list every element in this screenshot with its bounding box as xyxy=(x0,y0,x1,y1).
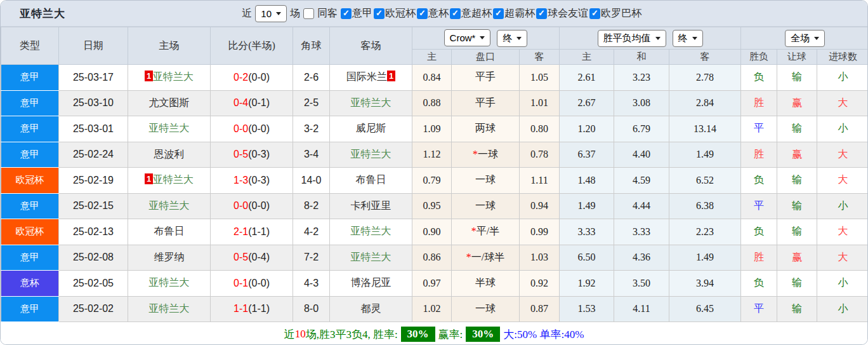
home-team: 布鲁日 xyxy=(128,219,211,245)
odds-away: 6.38 xyxy=(669,193,741,219)
match-date: 25-02-19 xyxy=(59,168,128,194)
same-venue-checkbox[interactable] xyxy=(303,8,314,19)
handicap-line: 两球 xyxy=(452,116,520,142)
same-venue-label: 同客 xyxy=(317,7,338,20)
handicap-time-select[interactable]: 终 xyxy=(497,30,527,47)
checkbox-checked-icon[interactable]: ✓ xyxy=(536,8,547,19)
team-name: 亚特兰大 xyxy=(149,200,190,211)
handicap-line-text: 平手 xyxy=(475,97,496,108)
handicap-home-odds: 0.90 xyxy=(412,219,452,245)
league-badge: 意甲 xyxy=(1,90,59,116)
full-score: 0-1 xyxy=(233,278,248,288)
score-cell: 0-5(0-3) xyxy=(211,142,293,168)
handicap-home-odds: 0.97 xyxy=(412,271,452,297)
chevron-down-icon xyxy=(814,37,819,40)
league-filter[interactable]: ✓球会友谊 xyxy=(536,7,588,20)
league-filter[interactable]: ✓超霸杯 xyxy=(493,7,535,20)
table-row: 意甲25-03-171亚特兰大0-2(0-0)2-6国际米兰10.84平手1.0… xyxy=(1,65,868,91)
checkbox-checked-icon[interactable]: ✓ xyxy=(341,8,352,19)
handicap-result-cell: 赢 xyxy=(777,142,817,168)
handicap-source-select[interactable]: Crow* xyxy=(444,29,491,46)
home-team: 亚特兰大 xyxy=(128,271,211,297)
odds-draw: 3.08 xyxy=(614,90,669,116)
away-team: 布鲁日 xyxy=(330,168,412,194)
handicap-line-text: 一球 xyxy=(478,149,498,159)
odds-time-select[interactable]: 终 xyxy=(673,30,703,47)
league-filter[interactable]: ✓意超杯 xyxy=(450,7,492,20)
handicap-away-odds: 0.87 xyxy=(520,296,560,322)
team-name: 亚特兰大 xyxy=(351,97,391,108)
corner-score: 3-2 xyxy=(293,116,330,142)
goals-cell: 大 xyxy=(817,168,868,194)
handicap-line: *平/半 xyxy=(452,219,520,245)
recent-label: 近 xyxy=(242,7,252,20)
half-score: (0-0) xyxy=(248,72,270,83)
sub-header-handicap-result: 让球 xyxy=(777,50,817,65)
league-badge: 欧冠杯 xyxy=(1,219,59,245)
odds-home: 1.53 xyxy=(560,296,614,322)
recent-count-select[interactable]: 10 xyxy=(255,5,287,22)
league-badge: 欧冠杯 xyxy=(1,168,59,194)
half-score: (0-0) xyxy=(248,278,270,288)
scope-group-header: 全场 xyxy=(741,27,868,50)
half-score: (0-3) xyxy=(248,149,270,159)
half-score: (0-0) xyxy=(248,123,270,134)
handicap-line-text: 一/球半 xyxy=(471,252,504,262)
team-name: 卡利亚里 xyxy=(351,200,391,211)
chevron-down-icon xyxy=(276,12,281,15)
handicap-line-text: 两球 xyxy=(475,123,496,133)
league-badge: 意甲 xyxy=(1,245,59,271)
score-cell: 0-0(0-0) xyxy=(211,193,293,219)
odds-draw: 4.44 xyxy=(614,193,669,219)
league-filter[interactable]: ✓意甲 xyxy=(341,7,372,20)
handicap-home-odds: 1.09 xyxy=(412,116,452,142)
scope-select[interactable]: 全场 xyxy=(785,30,825,47)
match-date: 25-02-08 xyxy=(59,245,128,271)
odds-away: 2.84 xyxy=(669,90,741,116)
score-cell: 0-5(0-4) xyxy=(211,245,293,271)
result-cell: 胜 xyxy=(741,90,777,116)
handicap-line: *一/球半 xyxy=(452,245,520,271)
league-filter-label: 意超杯 xyxy=(461,7,492,20)
home-team: 维罗纳 xyxy=(128,245,211,271)
score-cell: 2-1(1-1) xyxy=(211,219,293,245)
league-filters: ✓意甲✓欧冠杯✓意杯✓意超杯✓超霸杯✓球会友谊✓欧罗巴杯 xyxy=(341,7,641,20)
table-row: 意甲25-02-15亚特兰大0-0(0-0)8-2卡利亚里0.95一球0.941… xyxy=(1,193,868,219)
handicap-result-cell: 输 xyxy=(777,193,817,219)
handicap-line-text: 一球 xyxy=(475,303,496,314)
league-filter-label: 欧冠杯 xyxy=(385,7,416,20)
goals-cell: 大 xyxy=(817,90,868,116)
checkbox-checked-icon[interactable]: ✓ xyxy=(589,8,600,19)
handicap-line-text: 平手 xyxy=(475,71,496,82)
summary-text: 大:50% 单率:40% xyxy=(503,327,584,342)
handicap-away-odds: 1.05 xyxy=(520,65,560,91)
team-name: 都灵 xyxy=(361,303,381,314)
games-label: 场 xyxy=(290,7,300,20)
summary-text: 赢率: xyxy=(438,327,463,342)
full-score: 0-0 xyxy=(233,200,248,211)
league-filter[interactable]: ✓意杯 xyxy=(417,7,449,20)
half-score: (0-3) xyxy=(248,175,270,186)
handicap-line-text: 平/半 xyxy=(477,226,499,236)
odds-source-select[interactable]: 胜平负均值 xyxy=(598,30,666,47)
checkbox-checked-icon[interactable]: ✓ xyxy=(374,8,385,19)
checkbox-checked-icon[interactable]: ✓ xyxy=(417,8,428,19)
team-name: 亚特兰大 xyxy=(153,71,194,82)
full-score: 0-0 xyxy=(233,123,248,134)
odds-home: 6.37 xyxy=(560,142,614,168)
home-team: 1亚特兰大 xyxy=(128,168,211,194)
checkbox-checked-icon[interactable]: ✓ xyxy=(450,8,461,19)
league-badge: 意杯 xyxy=(1,271,59,297)
match-date: 25-02-05 xyxy=(59,271,128,297)
filter-controls: 近 10 场 同客 ✓意甲✓欧冠杯✓意杯✓意超杯✓超霸杯✓球会友谊✓欧罗巴杯 xyxy=(242,5,641,22)
away-team: 卡利亚里 xyxy=(330,193,412,219)
handicap-line-text: 一球 xyxy=(475,200,496,211)
match-history-table: 类型 日期 主场 比分(半场) 角球 客场 Crow* 终 胜平负均值 终 全场 xyxy=(1,27,868,322)
asterisk-mark: * xyxy=(466,252,471,262)
corner-score: 14-0 xyxy=(293,168,330,194)
handicap-line: 半球 xyxy=(452,271,520,297)
checkbox-checked-icon[interactable]: ✓ xyxy=(493,8,504,19)
odds-away: 6.52 xyxy=(669,168,741,194)
league-filter[interactable]: ✓欧冠杯 xyxy=(374,7,416,20)
league-filter[interactable]: ✓欧罗巴杯 xyxy=(589,7,641,20)
